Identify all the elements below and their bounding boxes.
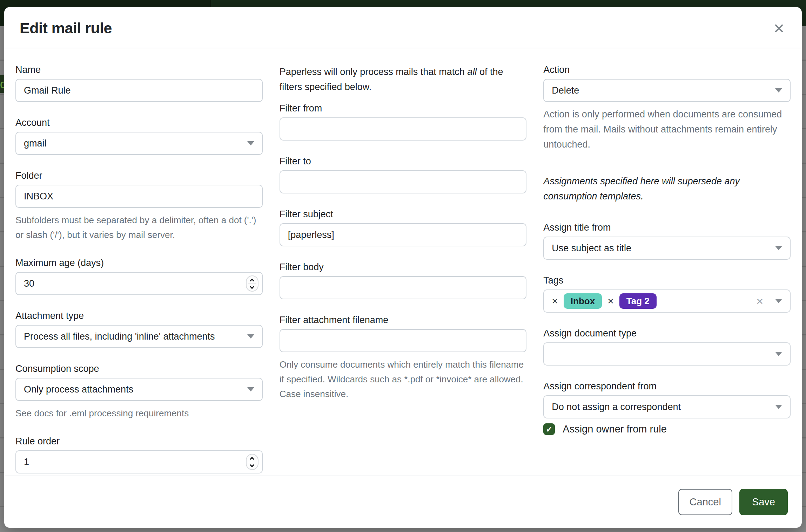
max-age-label: Maximum age (days): [15, 258, 263, 268]
column-actions: Action Delete Action is only performed w…: [543, 64, 791, 476]
chevron-down-icon: [247, 141, 254, 145]
name-input[interactable]: [15, 79, 263, 102]
filter-subject-field-group: Filter subject: [280, 209, 527, 246]
attachment-type-field-group: Attachment type Process all files, inclu…: [15, 311, 263, 348]
chevron-down-icon[interactable]: [250, 463, 254, 467]
filter-from-field-group: Filter from: [280, 103, 527, 141]
folder-input[interactable]: [15, 185, 263, 208]
chevron-down-icon: [247, 387, 254, 391]
assign-title-select[interactable]: Use subject as title: [543, 237, 791, 260]
attachment-type-label: Attachment type: [15, 311, 263, 321]
cancel-button[interactable]: Cancel: [678, 489, 732, 515]
clear-tags-icon[interactable]: ×: [756, 295, 763, 307]
tags-multiselect[interactable]: × Inbox × Tag 2 ×: [543, 289, 791, 313]
filter-to-label: Filter to: [280, 156, 527, 167]
assign-correspondent-selected-value: Do not assign a correspondent: [552, 402, 681, 412]
chevron-down-icon: [775, 405, 782, 409]
dialog-body: Name Account gmail Folder Subfolders mus…: [4, 48, 802, 476]
chevron-down-icon: [775, 352, 782, 356]
assign-correspondent-field-group: Assign correspondent from Do not assign …: [543, 381, 791, 418]
account-label: Account: [15, 117, 263, 128]
filter-to-field-group: Filter to: [280, 156, 527, 193]
assign-doctype-field-group: Assign document type: [543, 328, 791, 366]
rule-order-label: Rule order: [15, 436, 263, 447]
max-age-input[interactable]: [15, 272, 263, 295]
filter-filename-input[interactable]: [280, 329, 527, 352]
save-button[interactable]: Save: [739, 489, 788, 515]
consumption-scope-selected-value: Only process attachments: [24, 384, 133, 395]
filter-body-input[interactable]: [280, 276, 527, 299]
account-selected-value: gmail: [24, 138, 47, 149]
assignments-note: Assignments specified here will supersed…: [543, 174, 791, 204]
tags-field-group: Tags × Inbox × Tag 2 ×: [543, 275, 791, 313]
tags-label: Tags: [543, 275, 791, 286]
number-stepper[interactable]: [246, 275, 258, 292]
name-field-group: Name: [15, 64, 263, 102]
attachment-type-select[interactable]: Process all files, including 'inline' at…: [15, 325, 263, 348]
filter-body-label: Filter body: [280, 262, 527, 273]
consumption-scope-help-text: See docs for .eml processing requirement…: [15, 406, 263, 421]
dialog-header: Edit mail rule ×: [4, 7, 802, 48]
filter-from-label: Filter from: [280, 103, 527, 114]
action-selected-value: Delete: [552, 85, 579, 96]
attachment-type-selected-value: Process all files, including 'inline' at…: [24, 331, 215, 342]
filter-body-field-group: Filter body: [280, 262, 527, 299]
chevron-up-icon[interactable]: [250, 457, 254, 461]
column-filters: Paperless will only process mails that m…: [280, 64, 527, 476]
assign-title-field-group: Assign title from Use subject as title: [543, 222, 791, 260]
name-label: Name: [15, 64, 263, 75]
consumption-scope-field-group: Consumption scope Only process attachmen…: [15, 363, 263, 421]
assign-correspondent-select[interactable]: Do not assign a correspondent: [543, 395, 791, 418]
edit-mail-rule-dialog: Edit mail rule × Name Account gmail Fold…: [4, 7, 802, 528]
assign-owner-row: Assign owner from rule: [543, 423, 791, 435]
tag-pill: Tag 2: [619, 293, 657, 309]
chevron-down-icon[interactable]: [775, 299, 782, 303]
folder-field-group: Folder Subfolders must be separated by a…: [15, 170, 263, 242]
dialog-footer: Cancel Save: [4, 476, 802, 528]
assign-title-selected-value: Use subject as title: [552, 243, 631, 254]
action-help-text: Action is only performed when documents …: [543, 107, 791, 152]
filter-filename-field-group: Filter attachment filename Only consume …: [280, 315, 527, 401]
filter-subject-label: Filter subject: [280, 209, 527, 220]
account-field-group: Account gmail: [15, 117, 263, 155]
filter-filename-help-text: Only consume documents which entirely ma…: [280, 357, 527, 401]
action-field-group: Action Delete Action is only performed w…: [543, 64, 791, 152]
assign-owner-checkbox[interactable]: [543, 423, 555, 435]
tag-pill: Inbox: [564, 293, 602, 309]
chevron-up-icon[interactable]: [250, 278, 254, 283]
filter-from-input[interactable]: [280, 117, 527, 141]
assign-doctype-label: Assign document type: [543, 328, 791, 339]
filter-filename-label: Filter attachment filename: [280, 315, 527, 326]
chevron-down-icon: [775, 246, 782, 250]
max-age-field-group: Maximum age (days): [15, 258, 263, 295]
filters-intro-text: Paperless will only process mails that m…: [280, 64, 527, 95]
assign-title-label: Assign title from: [543, 222, 791, 233]
close-icon[interactable]: ×: [772, 19, 786, 37]
account-select[interactable]: gmail: [15, 132, 263, 155]
number-stepper[interactable]: [246, 454, 258, 470]
chevron-down-icon: [247, 334, 254, 339]
remove-tag-icon[interactable]: ×: [607, 295, 614, 307]
remove-tag-icon[interactable]: ×: [552, 295, 558, 307]
consumption-scope-select[interactable]: Only process attachments: [15, 378, 263, 401]
chevron-down-icon[interactable]: [250, 284, 254, 289]
action-label: Action: [543, 64, 791, 75]
rule-order-input[interactable]: [15, 450, 263, 473]
filter-subject-input[interactable]: [280, 223, 527, 246]
column-general: Name Account gmail Folder Subfolders mus…: [15, 64, 263, 476]
folder-label: Folder: [15, 170, 263, 181]
assign-owner-label: Assign owner from rule: [563, 423, 667, 435]
action-select[interactable]: Delete: [543, 79, 791, 102]
dialog-title: Edit mail rule: [20, 20, 112, 37]
assign-correspondent-label: Assign correspondent from: [543, 381, 791, 392]
assign-doctype-select[interactable]: [543, 342, 791, 366]
consumption-scope-label: Consumption scope: [15, 363, 263, 374]
rule-order-field-group: Rule order: [15, 436, 263, 473]
filter-to-input[interactable]: [280, 170, 527, 193]
folder-help-text: Subfolders must be separated by a delimi…: [15, 213, 263, 242]
chevron-down-icon: [775, 88, 782, 93]
